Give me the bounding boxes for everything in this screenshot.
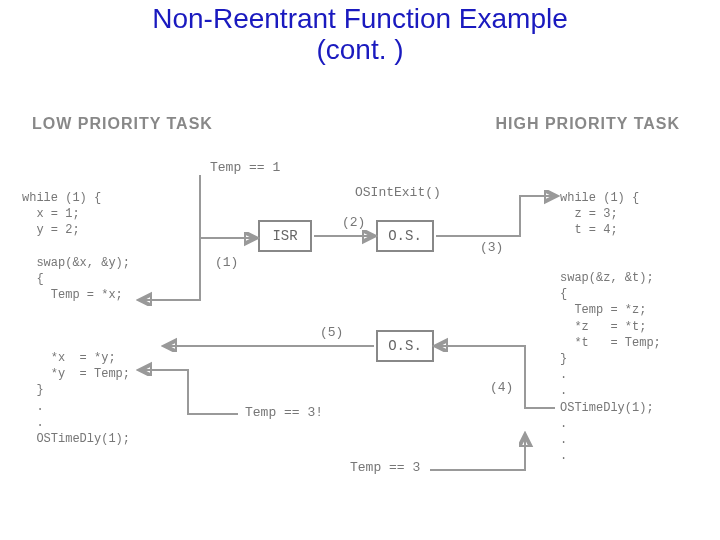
label-temp-eq-3-bang: Temp == 3! (245, 405, 323, 420)
os-box-2: O.S. (376, 330, 434, 362)
step-4: (4) (490, 380, 513, 395)
label-osintexit: OSIntExit() (355, 185, 441, 200)
slide-title: Non-Reentrant Function Example (cont. ) (0, 0, 720, 66)
low-priority-heading: LOW PRIORITY TASK (32, 115, 213, 133)
step-3: (3) (480, 240, 503, 255)
step-2: (2) (342, 215, 365, 230)
code-right-swap: swap(&z, &t); { Temp = *z; *z = *t; *t =… (560, 270, 661, 464)
step-5: (5) (320, 325, 343, 340)
code-left-bottom: *x = *y; *y = Temp; } . . OSTimeDly(1); (22, 350, 130, 447)
code-left-top: while (1) { x = 1; y = 2; swap(&x, &y); … (22, 190, 130, 303)
code-right-top: while (1) { z = 3; t = 4; (560, 190, 639, 239)
step-1: (1) (215, 255, 238, 270)
high-priority-heading: HIGH PRIORITY TASK (495, 115, 680, 133)
isr-box: ISR (258, 220, 312, 252)
title-line1: Non-Reentrant Function Example (152, 3, 568, 34)
label-temp-eq-3: Temp == 3 (350, 460, 420, 475)
title-line2: (cont. ) (316, 34, 403, 65)
os-box-1: O.S. (376, 220, 434, 252)
label-temp-eq-1: Temp == 1 (210, 160, 280, 175)
